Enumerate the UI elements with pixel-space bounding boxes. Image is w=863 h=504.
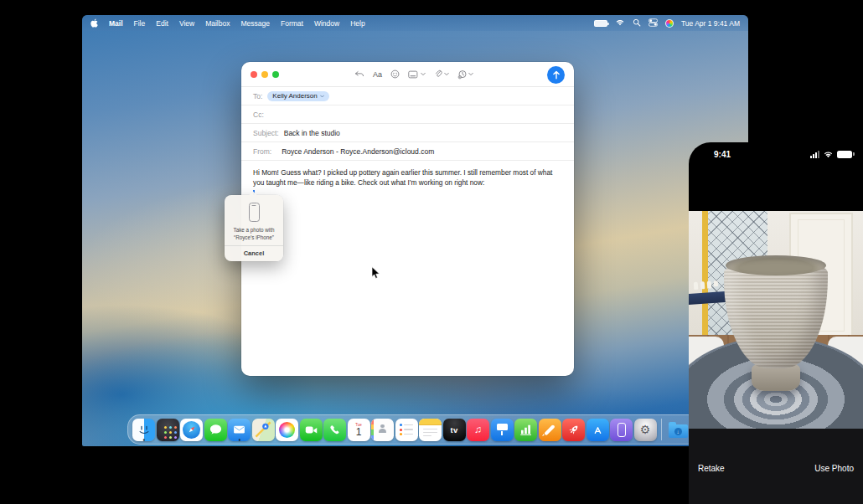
emoji-picker-icon[interactable] (390, 69, 400, 79)
menu-item-mail[interactable]: Mail (109, 19, 123, 28)
subject-field[interactable]: Subject: Back in the studio (241, 124, 574, 142)
retake-button[interactable]: Retake (698, 464, 725, 473)
menu-item-view[interactable]: View (179, 19, 194, 28)
dock-icon-numbers[interactable] (514, 419, 537, 441)
cancel-button[interactable]: Cancel (225, 245, 283, 261)
to-label: To: (253, 92, 262, 100)
continuity-camera-popup: Take a photo with “Royce’s iPhone” Cance… (225, 195, 283, 261)
iphone-outline-icon (618, 423, 626, 437)
photos-pinwheel-icon (279, 422, 295, 438)
dock-icon-keynote[interactable] (491, 419, 514, 441)
iphone-camera-overlay: 9:41 Retake (689, 142, 863, 504)
dock-icon-downloads[interactable]: ↓ (667, 419, 690, 441)
dock-icon-messages[interactable] (204, 419, 227, 441)
menu-bar: Mail File Edit View Mailbox Message Form… (82, 15, 748, 31)
dock: Tue 1 tv ♫ (127, 414, 700, 445)
battery-icon (837, 151, 852, 158)
calendar-day: 1 (356, 427, 362, 438)
popup-message-line1: Take a photo with (228, 226, 280, 234)
popup-message-line2: “Royce’s iPhone” (228, 234, 280, 241)
dock-icon-system-settings[interactable]: ⚙ (634, 419, 657, 441)
paperclip-icon[interactable] (434, 69, 449, 79)
mac-desktop-wallpaper: Mail File Edit View Mailbox Message Form… (82, 15, 748, 446)
person-silhouette-icon (379, 424, 386, 432)
control-center-icon[interactable] (649, 18, 658, 28)
dock-icon-facetime[interactable] (300, 419, 323, 441)
cellular-signal-icon (810, 151, 819, 158)
cc-field[interactable]: Cc: (241, 105, 574, 124)
compass-icon (183, 421, 200, 439)
dock-icon-calendar[interactable]: Tue 1 (348, 419, 370, 441)
lectern-icon (497, 424, 508, 430)
recipient-token[interactable]: Kelly Anderson (267, 91, 328, 101)
menu-bar-clock[interactable]: Tue Apr 1 9:41 AM (681, 19, 740, 28)
recipient-name: Kelly Anderson (272, 92, 317, 100)
dock-icon-launchpad[interactable] (157, 419, 179, 441)
cc-label: Cc: (253, 111, 264, 119)
photo-browser-icon[interactable] (408, 70, 426, 79)
menu-item-help[interactable]: Help (350, 19, 364, 28)
dock-divider (661, 419, 662, 440)
menu-item-file[interactable]: File (134, 19, 146, 28)
gear-icon: ⚙ (640, 424, 651, 435)
tv-logo: tv (450, 425, 457, 435)
dock-icon-pages[interactable] (539, 419, 561, 441)
apple-menu-icon[interactable] (90, 18, 98, 28)
window-title-bar: Aa (241, 62, 574, 87)
mouse-pointer (371, 266, 380, 283)
music-note-icon: ♫ (474, 424, 482, 435)
pen-icon (544, 424, 555, 435)
spotlight-search-icon[interactable] (633, 18, 641, 28)
dock-icon-tv[interactable]: tv (443, 419, 466, 441)
iphone-icon (249, 203, 260, 222)
camera-preview (689, 211, 863, 429)
menu-item-window[interactable]: Window (314, 19, 339, 28)
use-photo-button[interactable]: Use Photo (814, 464, 854, 473)
dock-icon-phone[interactable] (323, 419, 346, 441)
menu-item-edit[interactable]: Edit (156, 19, 168, 28)
camera-action-bar: Retake Use Photo (689, 429, 863, 504)
battery-icon[interactable] (594, 20, 607, 27)
dock-icon-maps[interactable] (252, 419, 275, 441)
dock-icon-rocket[interactable] (562, 419, 585, 441)
close-window-button[interactable] (251, 71, 257, 78)
format-text-button[interactable]: Aa (373, 70, 382, 79)
downloads-folder-icon: ↓ (669, 424, 688, 438)
chevron-down-icon (320, 95, 324, 98)
dock-icon-finder[interactable] (132, 419, 155, 441)
screenshot-stage: Mail File Edit View Mailbox Message Form… (0, 0, 863, 504)
wifi-icon (823, 150, 834, 158)
from-label: From: (253, 147, 271, 156)
send-later-icon[interactable] (457, 69, 473, 80)
subject-label: Subject: (253, 129, 279, 137)
menu-item-format[interactable]: Format (281, 19, 303, 28)
download-arrow-icon: ↓ (674, 428, 682, 435)
dock-icon-mail[interactable] (228, 419, 251, 441)
menu-item-mailbox[interactable]: Mailbox (205, 19, 230, 28)
dock-icon-safari[interactable] (180, 419, 203, 441)
dock-icon-iphone-app[interactable] (610, 419, 633, 441)
wifi-icon[interactable] (615, 18, 625, 28)
from-field[interactable]: From: Royce Anderson - Royce.Anderson@ic… (241, 142, 574, 161)
color-wheel-icon[interactable] (665, 19, 674, 28)
from-value: Royce Anderson - Royce.Anderson@icloud.c… (282, 147, 434, 156)
zoom-window-button[interactable] (272, 71, 279, 78)
dock-icon-music[interactable]: ♫ (467, 419, 489, 441)
launchpad-grid-icon (164, 426, 167, 429)
message-body-text: Hi Mom! Guess what? I picked up pottery … (253, 168, 552, 187)
message-body[interactable]: Hi Mom! Guess what? I picked up pottery … (241, 161, 574, 374)
minimize-window-button[interactable] (261, 71, 268, 78)
to-field[interactable]: To: Kelly Anderson (241, 87, 574, 105)
dock-icon-reminders[interactable] (395, 419, 418, 441)
menu-item-message[interactable]: Message (240, 19, 270, 28)
dock-icon-app-store[interactable] (587, 419, 609, 441)
mail-compose-window: Aa (241, 62, 574, 376)
send-button[interactable] (547, 66, 565, 84)
iphone-status-bar: 9:41 (689, 149, 863, 161)
subject-value: Back in the studio (284, 129, 340, 137)
undo-icon[interactable] (354, 70, 364, 79)
notes-header (419, 419, 442, 425)
dock-icon-notes[interactable] (419, 419, 442, 441)
dock-icon-photos[interactable] (276, 419, 298, 441)
dock-icon-contacts[interactable] (371, 419, 394, 441)
